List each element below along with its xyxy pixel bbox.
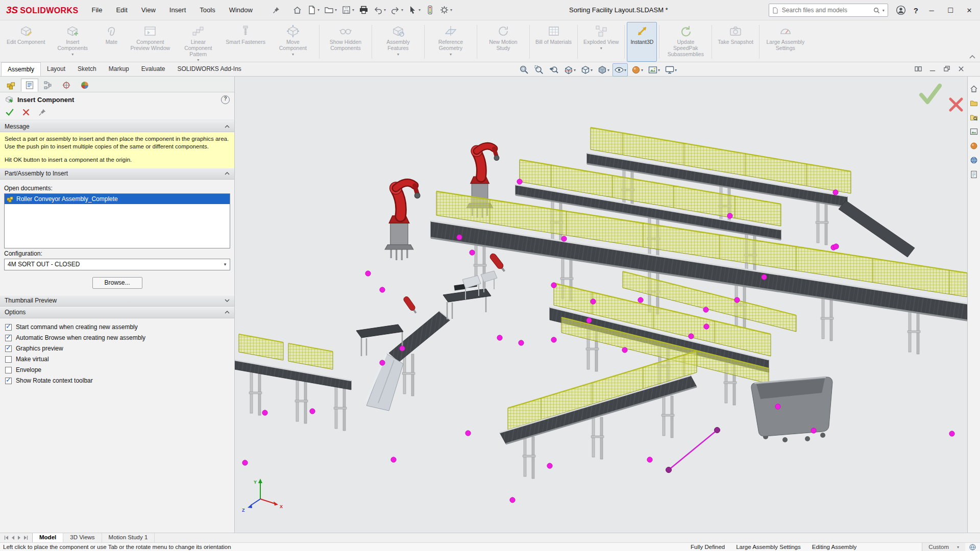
section-view-icon[interactable]: ▾ [562, 63, 577, 77]
custom-properties-icon[interactable] [970, 170, 978, 179]
dropdown-arrow-icon[interactable]: ▾ [317, 8, 320, 12]
list-item[interactable]: Roller Conveyor Assembly_Complete [5, 194, 230, 204]
tab-3d-views[interactable]: 3D Views [63, 533, 102, 542]
dropdown-arrow-icon[interactable]: ▾ [335, 8, 337, 12]
edit-appearance-icon[interactable]: ▾ [629, 63, 645, 77]
tab-solidworks-add-ins[interactable]: SOLIDWORKS Add-Ins [171, 62, 247, 76]
dropdown-arrow-icon[interactable]: ▾ [450, 8, 452, 12]
ribbon-button-linear-component-pattern[interactable]: Linear Component Pattern▾ [174, 22, 222, 62]
dropdown-arrow-icon[interactable]: ▾ [397, 52, 399, 57]
view-palette-icon[interactable] [970, 128, 978, 136]
menu-edit[interactable]: Edit [116, 6, 127, 14]
tab-assembly[interactable]: Assembly [1, 62, 41, 76]
dropdown-arrow-icon[interactable]: ▾ [607, 68, 609, 72]
cancel-button[interactable] [22, 108, 30, 116]
ribbon-button-move-component[interactable]: Move Component▾ [269, 22, 317, 62]
search-box[interactable]: ▾ [769, 4, 888, 17]
ribbon-button-show-hidden-components[interactable]: Show Hidden Components [322, 22, 370, 62]
option-envelope[interactable]: Envelope [2, 365, 232, 375]
ribbon-button-large-assembly-settings[interactable]: Large Assembly Settings [762, 22, 810, 62]
option-graphics-preview[interactable]: Graphics preview [2, 343, 232, 354]
dropdown-arrow-icon[interactable]: ▾ [292, 52, 294, 57]
ribbon-button-update-speedpak[interactable]: Update SpeedPak Subassemblies [662, 22, 709, 62]
view-orientation-icon[interactable]: ▾ [579, 63, 594, 77]
first-tab-button[interactable] [4, 535, 9, 540]
tab-model[interactable]: Model [32, 533, 63, 542]
globe-icon[interactable] [969, 544, 976, 550]
option-automatic-browse[interactable]: Automatic Browse when creating new assem… [2, 333, 232, 343]
rebuild-button[interactable] [425, 5, 435, 15]
menu-view[interactable]: View [141, 6, 156, 14]
option-start-command[interactable]: Start command when creating new assembly [2, 322, 232, 333]
dropdown-arrow-icon[interactable]: ▾ [675, 68, 677, 72]
display-style-icon[interactable]: ▾ [596, 63, 611, 77]
thumbnail-section-header[interactable]: Thumbnail Preview [0, 295, 234, 307]
ribbon-button-bill-of-materials[interactable]: Bill of Materials [532, 22, 575, 62]
checkbox-icon[interactable] [5, 324, 12, 331]
dropdown-arrow-icon[interactable]: ▾ [419, 8, 421, 12]
chevron-down-icon[interactable]: ▾ [220, 259, 230, 270]
tab-sketch[interactable]: Sketch [71, 62, 103, 76]
print-button[interactable] [358, 5, 369, 15]
ribbon-button-new-motion-study[interactable]: New Motion Study [479, 22, 527, 62]
dropdown-arrow-icon[interactable]: ▾ [450, 52, 452, 57]
expand-chevron-icon[interactable] [225, 299, 230, 302]
save-button[interactable]: ▾ [341, 5, 355, 15]
ribbon-collapse-icon[interactable] [969, 55, 976, 59]
checkbox-icon[interactable] [5, 367, 12, 373]
menu-insert[interactable]: Insert [169, 6, 186, 14]
ribbon-button-edit-component[interactable]: Edit Component [3, 22, 48, 62]
status-large-assembly-settings[interactable]: Large Assembly Settings [736, 544, 801, 550]
search-dropdown-icon[interactable]: ▾ [883, 8, 885, 13]
appearances-icon[interactable] [970, 142, 978, 150]
account-icon[interactable] [896, 5, 906, 15]
select-button[interactable]: ▾ [407, 5, 421, 15]
dropdown-arrow-icon[interactable]: ▾ [600, 46, 602, 51]
hide-show-items-icon[interactable]: ▾ [612, 63, 628, 77]
menu-pin-icon[interactable] [273, 7, 280, 14]
pm-help-icon[interactable]: ? [221, 95, 230, 104]
dropdown-arrow-icon[interactable]: ▾ [384, 8, 386, 12]
collapse-chevron-icon[interactable] [225, 311, 230, 314]
zoom-to-fit-icon[interactable] [518, 63, 531, 77]
message-section-header[interactable]: Message [0, 120, 234, 132]
ribbon-button-mate[interactable]: Mate [96, 22, 126, 62]
help-icon[interactable]: ? [914, 6, 918, 15]
ribbon-button-smart-fasteners[interactable]: Smart Fasteners [222, 22, 269, 62]
options-gear-button[interactable]: ▾ [439, 5, 453, 15]
previous-view-icon[interactable] [547, 63, 560, 77]
browse-button[interactable]: Browse... [92, 277, 142, 289]
view-settings-icon[interactable]: ▾ [663, 63, 678, 77]
search-input[interactable] [781, 6, 871, 14]
part-assembly-section-header[interactable]: Part/Assembly to Insert [0, 168, 234, 180]
previous-tab-button[interactable] [10, 535, 15, 540]
dropdown-arrow-icon[interactable]: ▾ [641, 68, 643, 72]
dropdown-arrow-icon[interactable]: ▾ [352, 8, 354, 12]
undo-button[interactable]: ▾ [373, 5, 386, 15]
graphics-area[interactable]: Y X Z [235, 77, 967, 533]
viewport-close-icon[interactable] [958, 65, 965, 72]
menu-tools[interactable]: Tools [200, 6, 215, 14]
ribbon-button-take-snapshot[interactable]: Take Snapshot [714, 22, 756, 62]
dropdown-arrow-icon[interactable]: ▾ [658, 68, 660, 72]
dropdown-arrow-icon[interactable]: ▾ [71, 52, 74, 57]
option-make-virtual[interactable]: Make virtual [2, 354, 232, 365]
configuration-dropdown[interactable]: 4M SORT OUT - CLOSED ▾ [4, 259, 230, 270]
maximize-button[interactable]: ☐ [945, 7, 956, 14]
tab-motion-study-1[interactable]: Motion Study 1 [102, 533, 155, 542]
collapse-chevron-icon[interactable] [225, 125, 230, 128]
pushpin-button[interactable] [38, 108, 46, 116]
viewport-minimize-icon[interactable] [929, 65, 936, 72]
redo-button[interactable]: ▾ [390, 5, 404, 15]
next-tab-button[interactable] [17, 535, 22, 540]
configurationmanager-tab[interactable] [39, 79, 57, 92]
zoom-to-area-icon[interactable] [532, 63, 546, 77]
apply-scene-icon[interactable]: ▾ [646, 63, 662, 77]
ribbon-button-instant3d[interactable]: Instant3D [627, 22, 657, 62]
tab-evaluate[interactable]: Evaluate [135, 62, 172, 76]
checkbox-icon[interactable] [5, 335, 12, 341]
checkbox-icon[interactable] [5, 356, 12, 363]
dropdown-arrow-icon[interactable]: ▾ [574, 68, 576, 72]
ribbon-button-component-preview-window[interactable]: Component Preview Window [126, 22, 174, 62]
checkbox-icon[interactable] [5, 345, 12, 352]
